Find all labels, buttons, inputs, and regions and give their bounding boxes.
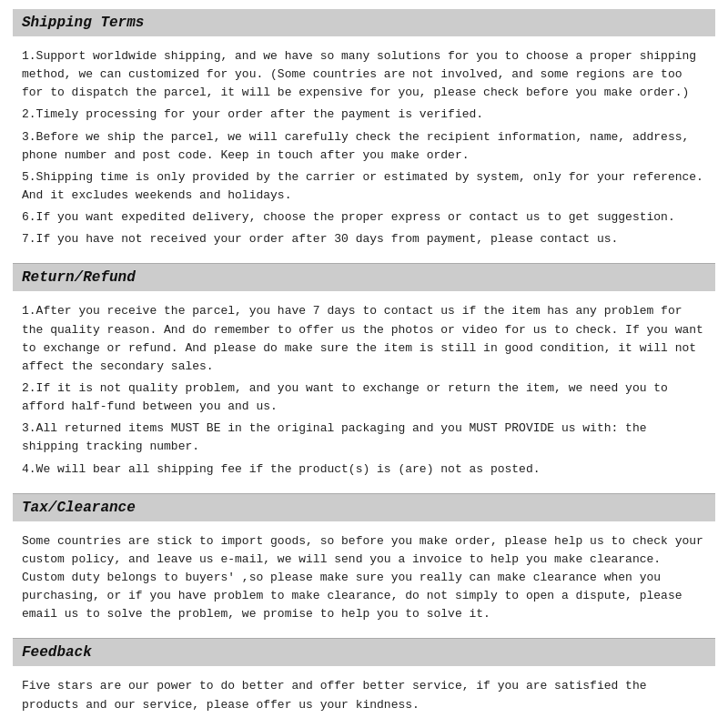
section-title-return-refund: Return/Refund: [22, 269, 706, 286]
page-wrapper: Shipping Terms1.Support worldwide shippi…: [0, 0, 728, 728]
section-content-tax-clearance: Some countries are stick to import goods…: [13, 529, 715, 639]
paragraph: 2.If it is not quality problem, and you …: [22, 379, 706, 416]
paragraph: 3.Before we ship the parcel, we will car…: [22, 128, 706, 165]
section-content-feedback: Five stars are our power to do better an…: [13, 673, 715, 728]
section-return-refund: Return/Refund1.After you receive the par…: [13, 264, 715, 492]
paragraph: 5.Shipping time is only provided by the …: [22, 168, 706, 205]
section-header-tax-clearance: Tax/Clearance: [13, 494, 715, 521]
section-content-return-refund: 1.After you receive the parcel, you have…: [13, 298, 715, 492]
paragraph: Five stars are our power to do better an…: [22, 677, 706, 713]
section-content-shipping-terms: 1.Support worldwide shipping, and we hav…: [13, 44, 715, 263]
section-shipping-terms: Shipping Terms1.Support worldwide shippi…: [13, 9, 715, 263]
section-title-feedback: Feedback: [22, 644, 706, 661]
section-tax-clearance: Tax/ClearanceSome countries are stick to…: [13, 494, 715, 639]
section-title-shipping-terms: Shipping Terms: [22, 15, 706, 31]
section-header-feedback: Feedback: [13, 639, 715, 666]
paragraph: 1.Support worldwide shipping, and we hav…: [22, 47, 706, 102]
section-title-tax-clearance: Tax/Clearance: [22, 500, 706, 516]
paragraph: 6.If you want expedited delivery, choose…: [22, 208, 706, 227]
paragraph: 4.We will bear all shipping fee if the p…: [22, 460, 706, 479]
paragraph: 3.All returned items MUST BE in the orig…: [22, 420, 706, 456]
section-feedback: FeedbackFive stars are our power to do b…: [13, 639, 715, 728]
section-header-return-refund: Return/Refund: [13, 264, 715, 291]
paragraph: Some countries are stick to import goods…: [22, 532, 706, 624]
paragraph: 1.After you receive the parcel, you have…: [22, 302, 706, 376]
paragraph: 7.If you have not received your order af…: [22, 230, 706, 248]
paragraph: 2.Timely processing for your order after…: [22, 106, 706, 124]
section-header-shipping-terms: Shipping Terms: [13, 9, 715, 36]
